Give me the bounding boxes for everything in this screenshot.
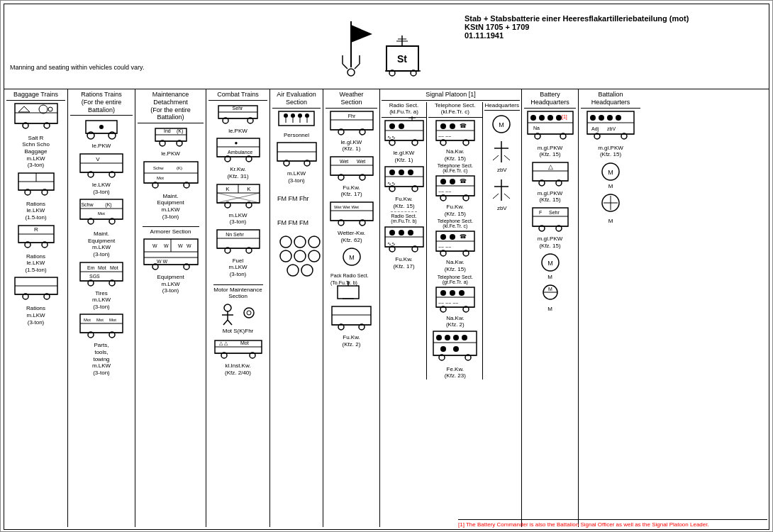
svg-marker-1 — [351, 25, 372, 43]
symbol-weather-pack: Pack Radio Sect. (To.Fu.Tr. b) — [327, 270, 377, 302]
item-weather-2: WetWet Fu.Kw.(Kfz. 17) — [327, 155, 377, 198]
col-header-rations: Rations Trains(For the entire Battalion) — [70, 91, 133, 116]
svg-text:Mot: Mot — [98, 211, 105, 216]
svg-point-2 — [347, 69, 355, 76]
symbol-tel-4: ~~ ~~ ~~ — [435, 286, 476, 314]
item-batt-1: Na [1] m.gl.PKW(Kfz. 15) — [526, 110, 574, 158]
svg-point-259 — [450, 290, 455, 296]
item-tel-3: ☎ ~~ ~~ Na.Kw.(Kfz. 15) — [435, 230, 476, 272]
svg-point-215 — [408, 170, 413, 175]
svg-text:Mot: Mot — [110, 265, 118, 270]
svg-text:Pack Radio Sect.: Pack Radio Sect. — [330, 273, 369, 278]
item-rations-5: MotMotMot Parts,tools,towingm.LKW(3-ton) — [77, 313, 126, 376]
signal-sub-cols: Radio Sect.(kl.Fu.Tr. a) — [382, 102, 520, 379]
symbol-tel-3: ☎ ~~ ~~ — [435, 230, 476, 258]
signal-radio-header: Radio Sect.(kl.Fu.Tr. a) — [382, 102, 426, 118]
svg-text:FM FM FM: FM FM FM — [277, 219, 308, 226]
svg-point-137 — [244, 308, 254, 318]
label-baggage-1: Salt RSchn SchoBaggagem.LKW(3-ton) — [22, 135, 50, 169]
symbol-rations-3: Schw (K) Mot — [77, 198, 126, 230]
symbol-motor-1 — [213, 302, 263, 327]
svg-point-166 — [294, 250, 306, 262]
svg-text:St: St — [397, 53, 407, 65]
svg-point-44 — [99, 125, 104, 129]
symbol-rations-4: EmMotMot SGS — [77, 261, 126, 289]
svg-text:Mot: Mot — [84, 318, 91, 322]
svg-text:SGS: SGS — [89, 274, 100, 279]
svg-line-280 — [493, 155, 499, 160]
col-maintenance: MaintenanceDetachment(For the entire Bat… — [135, 89, 206, 527]
svg-text:∿∿: ∿∿ — [387, 241, 396, 246]
col-content-combat: Sehr le.PKW ● Ambulance — [213, 102, 263, 377]
svg-text:∿∿: ∿∿ — [387, 181, 396, 186]
col-content-air-eval: Personnel m.LKW(3-ton) FM FM Fhr — [274, 110, 320, 278]
signal-radio-content: ∿∿ le.gl.KW(Kfz. 1) — [384, 119, 425, 270]
svg-line-284 — [493, 194, 499, 199]
svg-line-135 — [223, 320, 228, 325]
svg-text:M: M — [548, 287, 552, 292]
item-signal-r3: ∿∿ Fu.Kw.(Kfz. 17) — [384, 226, 425, 270]
col-combat: Combat Trains Sehr le.PKW — [206, 89, 270, 527]
svg-point-224 — [408, 230, 413, 235]
item-air-3: FM FM Fhr — [274, 187, 320, 208]
signal-radio: Radio Sect.(kl.Fu.Tr. a) — [382, 102, 427, 379]
label-weather-2: Fu.Kw.(Kfz. 17) — [340, 184, 362, 198]
col-signal: Signal Platoon [1] Radio Sect.(kl.Fu.Tr.… — [380, 89, 522, 527]
label-rations-4: Tiresm.LKW(3-ton) — [92, 290, 111, 311]
label-hq-3: zbV — [497, 205, 507, 212]
svg-point-258 — [440, 290, 446, 296]
svg-text:K: K — [226, 186, 230, 192]
svg-point-231 — [440, 123, 446, 129]
item-maint-1: Ind (K) le.PKW — [150, 125, 192, 157]
svg-line-3 — [343, 64, 347, 69]
label-combat-2: Kr.Kw.(Kfz. 31) — [227, 166, 248, 179]
item-weather-1: Fhr le.gl.KW(Kfz. 1) — [327, 110, 377, 153]
symbol-air-3: FM FM Fhr — [274, 187, 320, 208]
svg-rect-83 — [144, 162, 198, 183]
svg-rect-15 — [15, 104, 57, 123]
label-armorer-1: Equipmentm.LKW(3-ton) — [157, 274, 184, 294]
svg-point-250 — [450, 234, 455, 240]
svg-point-164 — [308, 236, 320, 248]
header-note: Manning and seating within vehicles coul… — [10, 64, 308, 71]
item-hq-1: M — [486, 113, 518, 135]
item-baggage-3: R Rationsle.LKW(1.5-ton) — [15, 224, 57, 274]
svg-text:(K): (K) — [177, 128, 183, 134]
svg-point-267 — [436, 335, 442, 340]
svg-text:W: W — [187, 243, 191, 248]
svg-text:Mot: Mot — [98, 265, 106, 270]
item-tel-5: Fe.Kw.(Kfz. 23) — [432, 330, 478, 379]
symbol-batt-1: Na [1] — [526, 110, 574, 144]
svg-text:W: W — [164, 243, 169, 248]
footer-note: [1] The Battery Commander is also the Ba… — [458, 519, 767, 528]
svg-point-147 — [284, 113, 288, 118]
svg-text:Mot: Mot — [96, 318, 104, 322]
svg-text:☎: ☎ — [460, 123, 467, 129]
symbol-signal-r3: ∿∿ — [384, 226, 425, 255]
label-batt-1: m.gl.PKW(Kfz. 15) — [538, 145, 563, 158]
col-header-battalion-hq: BattalionHeadquarters — [581, 91, 640, 109]
header-left: Manning and seating within vehicles coul… — [10, 7, 308, 71]
symbol-combat-1: Sehr — [215, 102, 261, 127]
svg-point-320 — [616, 115, 621, 121]
symbol-air-4: FM FM FM — [274, 211, 320, 232]
col-weather: WeatherSection Fhr le.gl.KW(Kfz. 1) — [323, 89, 380, 527]
svg-point-169 — [301, 265, 313, 276]
svg-point-319 — [607, 115, 613, 121]
label-combat-3: m.LKW(3-ton) — [228, 212, 247, 226]
svg-point-204 — [399, 123, 404, 129]
item-weather-m: M — [338, 246, 366, 267]
symbol-tel-2: ☎ ~~ ~~ — [435, 174, 476, 203]
label-air-2: m.LKW(3-ton) — [287, 170, 306, 184]
col-header-battery-hq: BatteryHeadquarters — [524, 91, 576, 109]
item-batt-5: M M — [536, 284, 565, 313]
svg-point-270 — [462, 335, 467, 340]
symbol-batt-m: M — [536, 252, 565, 273]
label-tel-2: Fu.Kw.(Kfz. 15) — [445, 204, 466, 217]
kstn: KStN 1705 + 1709 — [465, 23, 763, 31]
symbol-maint-2: Schw(K) Mot — [143, 160, 199, 192]
col-content-weather: Fhr le.gl.KW(Kfz. 1) WetWet — [327, 110, 377, 348]
col-header-air-eval: Air EvaluationSection — [272, 91, 321, 109]
item-batthq-2: M M — [596, 161, 625, 190]
item-combat-2: ● Ambulance Kr.Kw.(Kfz. 31) — [213, 137, 263, 179]
